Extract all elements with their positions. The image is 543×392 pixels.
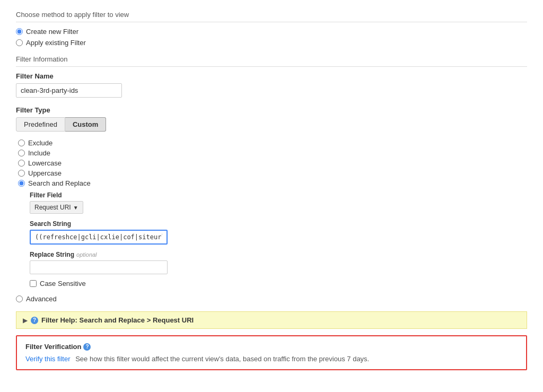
filter-verification-question-icon[interactable]: ? bbox=[83, 343, 91, 351]
advanced-label[interactable]: Advanced bbox=[26, 295, 57, 303]
choose-method-title: Choose method to apply filter to view bbox=[16, 11, 527, 22]
include-radio[interactable] bbox=[18, 150, 25, 156]
search-replace-subfields: Filter Field Request URI ▼ Search String… bbox=[30, 191, 527, 288]
filter-help-text: Filter Help: Search and Replace > Reques… bbox=[41, 316, 194, 324]
case-sensitive-checkbox[interactable] bbox=[30, 280, 37, 287]
verify-description: See how this filter would affect the cur… bbox=[75, 355, 369, 363]
advanced-option[interactable]: Advanced bbox=[16, 295, 527, 303]
lowercase-label[interactable]: Lowercase bbox=[28, 159, 62, 167]
filter-verification-title: Filter Verification ? bbox=[25, 343, 518, 351]
filter-help-arrow-icon[interactable]: ▶ bbox=[23, 317, 28, 324]
exclude-label[interactable]: Exclude bbox=[28, 139, 52, 147]
search-replace-radio[interactable] bbox=[18, 180, 25, 187]
dropdown-arrow-icon: ▼ bbox=[73, 205, 78, 211]
create-new-label[interactable]: Create new Filter bbox=[26, 28, 78, 36]
filter-name-label: Filter Name bbox=[16, 72, 527, 80]
lowercase-radio[interactable] bbox=[18, 160, 25, 167]
filter-field-value: Request URI bbox=[34, 204, 71, 211]
apply-existing-filter-option[interactable]: Apply existing Filter bbox=[16, 39, 527, 47]
include-label[interactable]: Include bbox=[28, 149, 50, 157]
replace-string-input[interactable] bbox=[30, 260, 168, 274]
verify-filter-link[interactable]: Verify this filter bbox=[25, 355, 71, 363]
case-sensitive-label[interactable]: Case Sensitive bbox=[40, 280, 86, 288]
filter-help-bar: ▶ ? Filter Help: Search and Replace > Re… bbox=[16, 311, 527, 329]
filter-type-tabs: Predefined Custom bbox=[16, 117, 527, 132]
create-new-filter-option[interactable]: Create new Filter bbox=[16, 28, 527, 36]
filter-info-title: Filter Information bbox=[16, 55, 527, 67]
predefined-tab[interactable]: Predefined bbox=[16, 117, 65, 132]
uppercase-label[interactable]: Uppercase bbox=[28, 169, 62, 177]
search-replace-label[interactable]: Search and Replace bbox=[28, 179, 91, 187]
filter-field-label: Filter Field bbox=[30, 191, 527, 199]
filter-help-question-icon[interactable]: ? bbox=[31, 317, 38, 324]
replace-string-label: Replace Stringoptional bbox=[30, 251, 527, 258]
case-sensitive-group[interactable]: Case Sensitive bbox=[30, 280, 527, 288]
search-replace-option[interactable]: Search and Replace bbox=[18, 179, 527, 187]
advanced-radio[interactable] bbox=[16, 295, 23, 302]
filter-type-label: Filter Type bbox=[16, 106, 527, 114]
include-option[interactable]: Include bbox=[18, 149, 527, 157]
exclude-option[interactable]: Exclude bbox=[18, 139, 527, 147]
search-string-label: Search String bbox=[30, 220, 527, 228]
filter-info-section: Filter Information Filter Name bbox=[16, 55, 527, 98]
custom-options-group: Exclude Include Lowercase Uppercase Sear… bbox=[18, 139, 527, 288]
filter-field-dropdown[interactable]: Request URI ▼ bbox=[30, 201, 83, 214]
custom-tab[interactable]: Custom bbox=[65, 117, 106, 132]
filter-verification-title-text: Filter Verification bbox=[25, 343, 81, 351]
uppercase-radio[interactable] bbox=[18, 170, 25, 177]
advanced-section: Advanced bbox=[16, 295, 527, 303]
filter-type-section: Filter Type Predefined Custom Exclude In… bbox=[16, 106, 527, 288]
filter-verification-body: Verify this filter See how this filter w… bbox=[25, 355, 518, 363]
exclude-radio[interactable] bbox=[18, 140, 25, 146]
replace-optional-label: optional bbox=[76, 251, 97, 258]
apply-existing-radio[interactable] bbox=[16, 39, 23, 46]
filter-verification-box: Filter Verification ? Verify this filter… bbox=[16, 335, 527, 370]
choose-method-section: Choose method to apply filter to view Cr… bbox=[16, 11, 527, 47]
create-new-radio[interactable] bbox=[16, 28, 23, 35]
search-string-input[interactable] bbox=[30, 230, 168, 245]
lowercase-option[interactable]: Lowercase bbox=[18, 159, 527, 167]
uppercase-option[interactable]: Uppercase bbox=[18, 169, 527, 177]
filter-name-input[interactable] bbox=[16, 83, 122, 98]
apply-existing-label[interactable]: Apply existing Filter bbox=[26, 39, 86, 47]
